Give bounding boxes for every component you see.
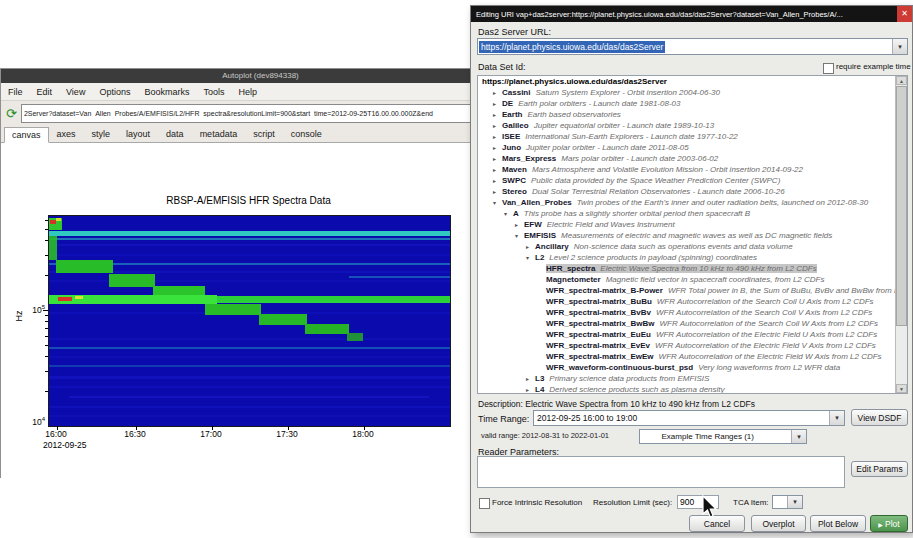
tree-item-content: CassiniSaturn System Explorer - Orbit in… — [502, 88, 720, 97]
dataset-tree: https://planet.physics.uiowa.edu/das/das… — [478, 76, 896, 393]
tree-item-Galileo[interactable]: ▸GalileoJupiter equatorial orbiter - Lau… — [478, 120, 896, 131]
tree-toggle-icon[interactable]: ▾ — [526, 253, 535, 263]
tree-toggle-icon[interactable]: ▸ — [526, 242, 535, 252]
menu-item-options[interactable]: Options — [92, 87, 137, 97]
tree-item-WFR_spectral-matrix_EvEv[interactable]: WFR_spectral-matrix_EvEvWFR Autocorrelat… — [478, 340, 896, 351]
example-ranges-dropdown-icon[interactable]: ▾ — [791, 430, 806, 443]
tree-item-ISEE[interactable]: ▸ISEEInternational Sun-Earth Explorers -… — [478, 131, 896, 142]
tree-item-root[interactable]: https://planet.physics.uiowa.edu/das/das… — [478, 76, 896, 87]
tree-toggle-icon[interactable]: ▸ — [493, 121, 502, 131]
tree-item-L4[interactable]: ▸L4Derived science products such as plas… — [478, 384, 896, 393]
menu-item-file[interactable]: File — [1, 87, 30, 97]
tree-toggle-icon[interactable]: ▸ — [493, 154, 502, 164]
menu-item-help[interactable]: Help — [231, 87, 264, 97]
tree-item-Stereo[interactable]: ▸StereoDual Solar Terrestrial Relation O… — [478, 186, 896, 197]
tree-item-name: Ancillary — [535, 242, 569, 251]
tree-item-Juno[interactable]: ▸JunoJupiter polar orbiter - Launch date… — [478, 142, 896, 153]
tree-toggle-icon[interactable]: ▸ — [493, 132, 502, 142]
plot-below-button[interactable]: Plot Below — [810, 515, 866, 532]
server-url-combo[interactable]: https://planet.physics.uiowa.edu/das/das… — [477, 38, 908, 55]
reader-parameters-input[interactable] — [477, 456, 845, 488]
tca-dropdown-icon[interactable]: ▾ — [787, 496, 802, 508]
tree-toggle-icon[interactable]: ▸ — [493, 110, 502, 120]
menu-item-edit[interactable]: Edit — [30, 87, 60, 97]
tab-data[interactable]: data — [158, 126, 192, 142]
tree-item-A[interactable]: ▾AThis probe has a slightly shorter orbi… — [478, 208, 896, 219]
tree-item-L3[interactable]: ▸L3Primary science data products from EM… — [478, 373, 896, 384]
uri-combo[interactable]: 2Server?dataset=Van_Allen_Probes/A/EMFIS… — [21, 104, 515, 123]
tree-item-desc: Dual Solar Terrestrial Relation Observat… — [532, 187, 785, 196]
tree-toggle-icon[interactable]: ▸ — [526, 385, 535, 393]
overplot-button[interactable]: Overplot — [751, 515, 806, 532]
tree-toggle-icon[interactable]: ▾ — [493, 198, 502, 208]
tree-item-Maven[interactable]: ▸MavenMars Atmosphere and Volatile Evolu… — [478, 164, 896, 175]
plot-button[interactable]: ▶Plot — [870, 515, 908, 532]
tree-item-WFR_spectral-matrix_EuEu[interactable]: WFR_spectral-matrix_EuEuWFR Autocorrelat… — [478, 329, 896, 340]
tree-item-Magnetometer[interactable]: MagnetometerMagnetic field vector in spa… — [478, 274, 896, 285]
time-range-dropdown-icon[interactable]: ▾ — [829, 411, 844, 425]
tree-item-Earth[interactable]: ▸EarthEarth based observatories — [478, 109, 896, 120]
tab-canvas[interactable]: canvas — [4, 127, 49, 143]
tab-console[interactable]: console — [283, 126, 330, 142]
menu-item-view[interactable]: View — [59, 87, 92, 97]
close-button[interactable]: ✕ — [897, 6, 912, 22]
tree-toggle-icon[interactable]: ▸ — [515, 220, 524, 230]
menu-item-tools[interactable]: Tools — [196, 87, 231, 97]
tree-item-EFW[interactable]: ▸EFWElectric Field and Waves Instrument — [478, 219, 896, 230]
tree-item-name: Juno — [502, 143, 521, 152]
dialog-titlebar[interactable]: Editing URI vap+das2server:https://plane… — [471, 6, 912, 22]
tree-item-DE[interactable]: ▸DEEarth polar orbiters - Launch date 19… — [478, 98, 896, 109]
tree-toggle-icon[interactable]: ▸ — [493, 176, 502, 186]
tree-item-HFR_spectra[interactable]: HFR_spectraElectric Wave Spectra from 10… — [478, 263, 896, 274]
tree-item-name: EMFISIS — [524, 231, 556, 240]
tree-toggle-icon[interactable]: ▸ — [493, 99, 502, 109]
tree-item-WFR_spectral-matrix_EwEw[interactable]: WFR_spectral-matrix_EwEwWFR Autocorrelat… — [478, 351, 896, 362]
tree-item-WFR_spectral-matrix_BvBv[interactable]: WFR_spectral-matrix_BvBvWFR Autocorrelat… — [478, 307, 896, 318]
force-intrinsic-resolution-checkbox[interactable] — [479, 498, 490, 509]
tree-toggle-icon[interactable]: ▸ — [493, 88, 502, 98]
example-time-ranges-combo[interactable]: Example Time Ranges (1) ▾ — [639, 429, 807, 444]
menu-item-bookmarks[interactable]: Bookmarks — [137, 87, 196, 97]
require-example-time-checkbox[interactable] — [823, 63, 834, 74]
tree-toggle-icon[interactable]: ▾ — [504, 209, 513, 219]
tree-item-Mars_Express[interactable]: ▸Mars_ExpressMars polar orbiter - Launch… — [478, 153, 896, 164]
tree-toggle-icon[interactable]: ▾ — [515, 231, 524, 241]
tree-item-desc: Measurements of electric and magnetic wa… — [561, 231, 832, 240]
autoplot-titlebar[interactable]: Autoplot (dev894338) — [1, 69, 520, 83]
view-dsdf-button[interactable]: View DSDF — [851, 409, 908, 426]
tree-item-WFR_spectral-matrix_B-Power[interactable]: WFR_spectral-matrix_B-PowerWFR Total pow… — [478, 285, 896, 296]
tree-toggle-icon[interactable]: ▸ — [493, 165, 502, 175]
tree-item-WFR_waveform-continuous-burst_psd[interactable]: WFR_waveform-continuous-burst_psdVery lo… — [478, 362, 896, 373]
tree-toggle-icon[interactable]: ▸ — [493, 187, 502, 197]
tree-toggle-icon[interactable]: ▸ — [493, 143, 502, 153]
tree-item-SWPC[interactable]: ▸SWPCPublic data provided by the Space W… — [478, 175, 896, 186]
tree-item-name: L4 — [535, 385, 544, 393]
tree-item-Van_Allen_Probes[interactable]: ▾Van_Allen_ProbesTwin probes of the Eart… — [478, 197, 896, 208]
tree-item-WFR_spectral-matrix_BuBu[interactable]: WFR_spectral-matrix_BuBuWFR Autocorrelat… — [478, 296, 896, 307]
tree-item-Cassini[interactable]: ▸CassiniSaturn System Explorer - Orbit i… — [478, 87, 896, 98]
tab-axes[interactable]: axes — [49, 126, 84, 142]
tree-item-content: WFR_waveform-continuous-burst_psdVery lo… — [546, 363, 840, 372]
spectrogram-plot[interactable] — [48, 215, 451, 427]
scroll-down-icon[interactable]: ▼ — [896, 384, 907, 393]
tab-style[interactable]: style — [84, 126, 119, 142]
description-text: Description: Electric Wave Spectra from … — [478, 399, 755, 409]
reload-icon[interactable]: ⟳ — [6, 107, 17, 120]
tree-item-content: DEEarth polar orbiters - Launch date 198… — [502, 99, 680, 108]
tree-item-Ancillary[interactable]: ▸AncillaryNon-science data such as opera… — [478, 241, 896, 252]
tca-item-combo[interactable]: ▾ — [772, 495, 803, 509]
edit-params-button[interactable]: Edit Params — [851, 461, 908, 477]
tab-script[interactable]: script — [245, 126, 283, 142]
tree-item-EMFISIS[interactable]: ▾EMFISISMeasurements of electric and mag… — [478, 230, 896, 241]
uri-input[interactable]: 2Server?dataset=Van_Allen_Probes/A/EMFIS… — [22, 110, 502, 117]
tree-item-L2[interactable]: ▾L2Level 2 science products in payload (… — [478, 252, 896, 263]
tab-layout[interactable]: layout — [118, 126, 158, 142]
tree-toggle-icon[interactable]: ▸ — [526, 374, 535, 384]
scroll-up-icon[interactable]: ▲ — [896, 76, 907, 85]
tree-item-WFR_spectral-matrix_BwBw[interactable]: WFR_spectral-matrix_BwBwWFR Autocorrelat… — [478, 318, 896, 329]
tree-scrollbar[interactable]: ▲ ▼ — [895, 76, 907, 393]
server-url-dropdown-icon[interactable]: ▾ — [892, 39, 907, 54]
time-range-combo[interactable]: 2012-09-25 16:00 to 19:00 ▾ — [533, 410, 845, 426]
tab-metadata[interactable]: metadata — [192, 126, 246, 142]
scrollbar-thumb[interactable] — [896, 86, 907, 326]
